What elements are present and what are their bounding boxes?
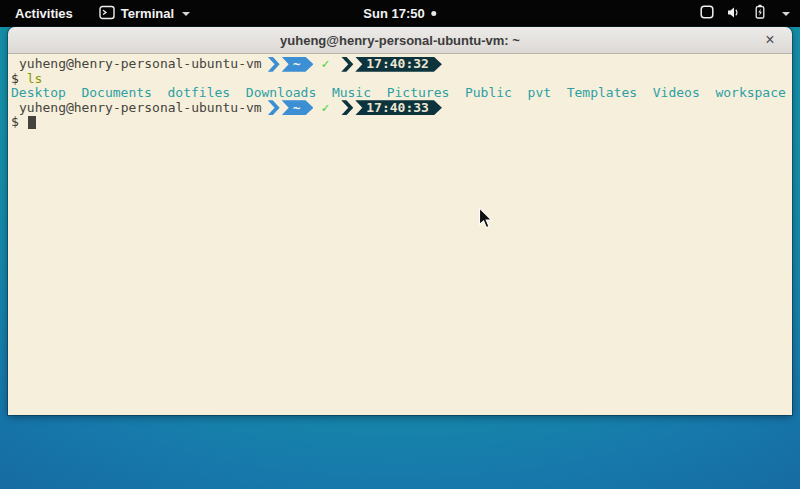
- system-status-menu[interactable]: [700, 0, 790, 27]
- clock-button[interactable]: Sun 17:50: [363, 6, 436, 21]
- input-line[interactable]: $: [11, 115, 792, 130]
- status-check-icon: ✓: [321, 101, 329, 116]
- prompt-user-host: yuheng@henry-personal-ubuntu-vm: [19, 57, 262, 72]
- battery-icon: [753, 4, 767, 23]
- prompt-line-1: yuheng@henry-personal-ubuntu-vm ~ ✓ 17:4…: [11, 57, 792, 72]
- app-menu-label: Terminal: [121, 6, 174, 21]
- window-title: yuheng@henry-personal-ubuntu-vm: ~: [280, 33, 520, 48]
- desktop: { "topbar": { "activities_label": "Activ…: [0, 0, 800, 489]
- terminal-icon: [99, 5, 115, 23]
- chevron-down-icon: [782, 12, 790, 16]
- prompt-user-host: yuheng@henry-personal-ubuntu-vm: [19, 101, 262, 116]
- notification-dot: [432, 11, 437, 16]
- close-button[interactable]: ×: [760, 30, 780, 50]
- clock-label: Sun 17:50: [363, 6, 424, 21]
- powerline-arrow-icon: [341, 57, 353, 72]
- prompt-cwd-segment: ~: [282, 100, 314, 115]
- terminal-content[interactable]: yuheng@henry-personal-ubuntu-vm ~ ✓ 17:4…: [8, 54, 792, 415]
- powerline-arrow-icon: [268, 57, 280, 72]
- app-menu-terminal[interactable]: Terminal: [99, 5, 190, 23]
- screen-icon: [700, 5, 714, 22]
- prompt-symbol: $: [11, 115, 19, 130]
- status-check-icon: ✓: [321, 57, 329, 72]
- activities-button[interactable]: Activities: [11, 4, 77, 23]
- command-text: ls: [27, 72, 43, 87]
- prompt-time-segment: 17:40:32: [355, 57, 442, 72]
- prompt-time-segment: 17:40:33: [355, 100, 442, 115]
- command-line: $ ls: [11, 72, 792, 87]
- prompt-cwd-segment: ~: [282, 57, 314, 72]
- ls-output-line: Desktop Documents dotfiles Downloads Mus…: [11, 86, 792, 101]
- powerline-arrow-icon: [341, 100, 353, 115]
- prompt-symbol: $: [11, 72, 19, 87]
- text-cursor: [28, 116, 36, 129]
- top-bar: Activities Terminal Sun 17:50: [0, 0, 800, 27]
- chevron-down-icon: [182, 12, 190, 16]
- powerline-arrow-icon: [268, 100, 280, 115]
- terminal-window: yuheng@henry-personal-ubuntu-vm: ~ × yuh…: [8, 27, 792, 415]
- prompt-line-2: yuheng@henry-personal-ubuntu-vm ~ ✓ 17:4…: [11, 101, 792, 116]
- window-titlebar[interactable]: yuheng@henry-personal-ubuntu-vm: ~ ×: [8, 27, 792, 54]
- volume-icon: [727, 6, 740, 22]
